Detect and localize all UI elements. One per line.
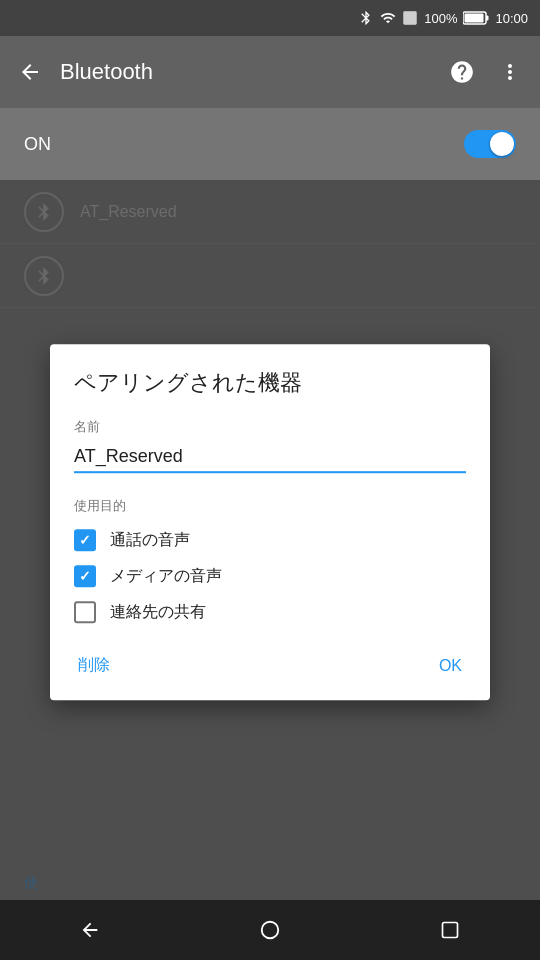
app-bar-actions — [440, 50, 532, 94]
purpose-label: 使用目的 — [74, 497, 466, 515]
checkbox-label-2: メディアの音声 — [110, 566, 222, 587]
checkbox-label-3: 連絡先の共有 — [110, 602, 206, 623]
paired-device-dialog: ペアリングされた機器 名前 使用目的 ✓ 通話の音声 ✓ メディアの音声 連絡先… — [50, 344, 490, 700]
wifi-status-icon — [380, 10, 396, 26]
help-button[interactable] — [440, 50, 484, 94]
status-bar: 100% 10:00 — [0, 0, 540, 36]
dialog-title: ペアリングされた機器 — [74, 368, 466, 398]
time-text: 10:00 — [495, 11, 528, 26]
ok-button[interactable]: OK — [435, 649, 466, 683]
page-title: Bluetooth — [60, 59, 432, 85]
battery-text: 100% — [424, 11, 457, 26]
svg-point-5 — [262, 922, 279, 939]
svg-rect-6 — [443, 923, 458, 938]
checkbox-media-audio[interactable]: ✓ — [74, 565, 96, 587]
nav-home-button[interactable] — [240, 908, 300, 952]
back-button[interactable] — [8, 50, 52, 94]
bluetooth-toggle[interactable] — [464, 130, 516, 158]
background-content: AT_Reserved 使 ペアリングされた機器 名前 使用目的 ✓ 通話の音声 — [0, 180, 540, 900]
checkbox-row-2: ✓ メディアの音声 — [74, 565, 466, 587]
delete-button[interactable]: 削除 — [74, 647, 114, 684]
checkbox-row-3: 連絡先の共有 — [74, 601, 466, 623]
bluetooth-status-icon — [358, 10, 374, 26]
signal-status-icon — [402, 10, 418, 26]
device-name-input[interactable] — [74, 442, 466, 473]
nav-back-button[interactable] — [60, 908, 120, 952]
svg-rect-3 — [465, 14, 484, 23]
toggle-thumb — [490, 132, 514, 156]
battery-icon — [463, 11, 489, 25]
bluetooth-toggle-row: ON — [0, 108, 540, 180]
device-name-field-wrapper: 名前 — [74, 418, 466, 473]
status-icons: 100% 10:00 — [358, 10, 528, 26]
more-options-button[interactable] — [488, 50, 532, 94]
app-bar: Bluetooth — [0, 36, 540, 108]
svg-rect-4 — [486, 16, 489, 21]
checkbox-row-1: ✓ 通話の音声 — [74, 529, 466, 551]
check-icon-2: ✓ — [79, 569, 91, 583]
dialog-actions: 削除 OK — [74, 643, 466, 684]
checkbox-contact-share[interactable] — [74, 601, 96, 623]
check-icon-1: ✓ — [79, 533, 91, 547]
checkbox-label-1: 通話の音声 — [110, 530, 190, 551]
nav-recent-button[interactable] — [420, 908, 480, 952]
device-name-label: 名前 — [74, 418, 466, 436]
svg-rect-1 — [404, 11, 417, 24]
nav-bar — [0, 900, 540, 960]
checkbox-call-audio[interactable]: ✓ — [74, 529, 96, 551]
toggle-label: ON — [24, 134, 51, 155]
